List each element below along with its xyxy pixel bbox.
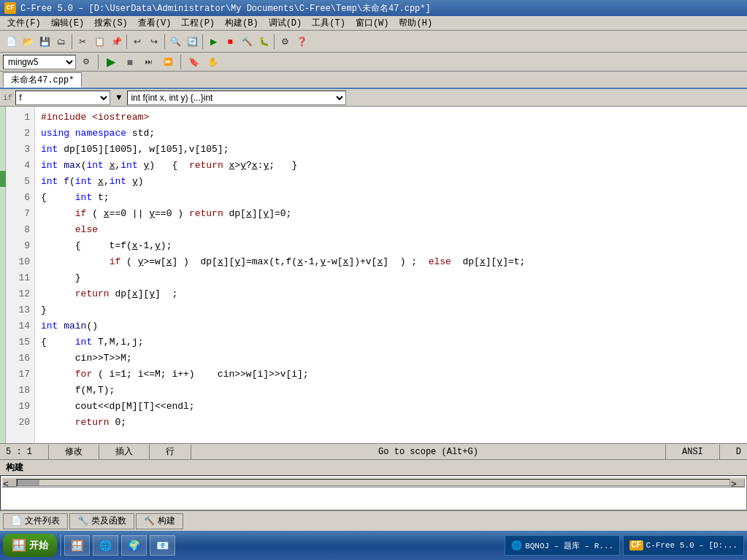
toolbar2: mingw5 ⚙ ▶ ■ ⏭ ⏩ 🔖 ✋ bbox=[0, 53, 747, 72]
left-indicator bbox=[0, 107, 6, 443]
status-sep2 bbox=[99, 445, 99, 459]
menu-help[interactable]: 帮助(H) bbox=[394, 16, 437, 30]
status-encoding: ANSI bbox=[682, 447, 703, 457]
find-button[interactable]: 🔍 bbox=[167, 34, 183, 50]
status-sep4 bbox=[191, 445, 191, 459]
hand-btn[interactable]: ✋ bbox=[204, 54, 221, 70]
menu-view[interactable]: 查看(V) bbox=[134, 16, 176, 30]
tab-classes-funcs[interactable]: 🔧 类及函数 bbox=[69, 513, 134, 529]
menu-file[interactable]: 文件(F) bbox=[3, 16, 45, 30]
debug-btn[interactable]: 🐛 bbox=[256, 34, 272, 50]
cfree-icon: CF bbox=[629, 540, 643, 551]
menu-tools[interactable]: 工具(T) bbox=[307, 16, 350, 30]
status-sep6 bbox=[719, 445, 720, 459]
toolbar1: 📄 📂 💾 🗂 ✂ 📋 📌 ↩ ↪ 🔍 🔄 ▶ ■ 🔨 🐛 ⚙ ❓ bbox=[0, 31, 747, 53]
cut-button[interactable]: ✂ bbox=[74, 34, 91, 50]
func-selector[interactable]: int f(int x, int y) {...}int bbox=[127, 91, 346, 105]
help-button[interactable]: ❓ bbox=[294, 34, 310, 50]
status-extra: D bbox=[736, 447, 741, 457]
menu-window[interactable]: 窗口(W) bbox=[351, 16, 394, 30]
sep6 bbox=[98, 55, 99, 69]
taskbar-icon2[interactable]: 🌐 bbox=[93, 535, 118, 556]
save-all-button[interactable]: 🗂 bbox=[53, 34, 69, 50]
run-button[interactable]: ▶ bbox=[205, 34, 221, 50]
classes-icon: 🔧 bbox=[77, 515, 88, 526]
tab-file-list[interactable]: 📄 文件列表 bbox=[3, 513, 68, 529]
build-btn2[interactable]: 🔨 bbox=[239, 34, 255, 50]
taskbar-icon1[interactable]: 🪟 bbox=[64, 535, 90, 556]
windows-logo: 🪟 bbox=[12, 538, 26, 553]
menu-edit[interactable]: 编辑(E) bbox=[47, 16, 89, 30]
status-mode3: 行 bbox=[166, 445, 175, 458]
open-button[interactable]: 📂 bbox=[20, 34, 36, 50]
replace-button[interactable]: 🔄 bbox=[184, 34, 200, 50]
compiler-selector[interactable]: mingw5 bbox=[3, 55, 76, 69]
code-area[interactable]: 12345 678910 1112131415 1617181920 #incl… bbox=[6, 107, 747, 443]
status-bar: 5 : 1 修改 插入 行 Go to scope (Alt+G) ANSI D bbox=[0, 443, 747, 459]
scroll-left-btn[interactable]: < bbox=[2, 478, 17, 487]
bqnoj-icon: 🌐 bbox=[511, 540, 522, 551]
copy-button[interactable]: 📋 bbox=[91, 34, 107, 50]
sep7 bbox=[180, 55, 181, 69]
taskbar-app-cfree[interactable]: CF C-Free 5.0 – [D:... bbox=[623, 535, 744, 556]
menu-debug[interactable]: 调试(D) bbox=[264, 16, 307, 30]
redo-button[interactable]: ↪ bbox=[146, 34, 162, 50]
scroll-thumb[interactable] bbox=[18, 480, 39, 486]
tab-file[interactable]: 未命名47.cpp* bbox=[3, 72, 82, 88]
func-scope-icon: if bbox=[3, 93, 12, 102]
build-scrollbar: < > bbox=[2, 477, 745, 488]
build-label: 构建 bbox=[158, 515, 175, 527]
title-bar: CF C-Free 5.0 – [D:\UserData\Administrat… bbox=[0, 0, 747, 16]
editor-section: 12345 678910 1112131415 1617181920 #incl… bbox=[0, 107, 747, 443]
icon1-img: 🪟 bbox=[71, 540, 83, 552]
status-mode1: 修改 bbox=[65, 445, 83, 458]
line-numbers: 12345 678910 1112131415 1617181920 bbox=[6, 107, 35, 443]
code-content[interactable]: #include <iostream> using namespace std;… bbox=[35, 107, 747, 443]
new-button[interactable]: 📄 bbox=[3, 34, 19, 50]
menu-search[interactable]: 搜索(S) bbox=[90, 16, 132, 30]
file-list-icon: 📄 bbox=[11, 515, 22, 526]
stop-btn2[interactable]: ■ bbox=[122, 54, 138, 70]
next-btn[interactable]: ⏩ bbox=[160, 54, 176, 70]
scroll-track[interactable] bbox=[17, 479, 730, 486]
classes-label: 类及函数 bbox=[91, 515, 126, 527]
build-content[interactable]: < > bbox=[0, 475, 747, 510]
taskbar: 🪟 开始 🪟 🌐 🌍 📧 🌐 BQNOJ – 题库 – R... CF C-Fr… bbox=[0, 531, 747, 560]
save-button[interactable]: 💾 bbox=[37, 34, 53, 50]
bqnoj-label: BQNOJ – 题库 – R... bbox=[525, 540, 613, 551]
compiler-config[interactable]: ⚙ bbox=[79, 54, 93, 70]
scope-selector[interactable]: f bbox=[15, 91, 110, 105]
status-scope: Go to scope (Alt+G) bbox=[207, 447, 649, 457]
menu-project[interactable]: 工程(P) bbox=[177, 16, 219, 30]
breakpoint-indicator bbox=[0, 171, 6, 187]
build-icon: 🔨 bbox=[144, 515, 155, 526]
status-line: 5 : 1 bbox=[6, 447, 32, 457]
step-btn[interactable]: ⏭ bbox=[141, 54, 157, 70]
taskbar-app-bqnoj[interactable]: 🌐 BQNOJ – 题库 – R... bbox=[505, 535, 620, 556]
menu-bar: 文件(F) 编辑(E) 搜索(S) 查看(V) 工程(P) 构建(B) 调试(D… bbox=[0, 16, 747, 31]
stop-button[interactable]: ■ bbox=[222, 34, 238, 50]
taskbar-icon4[interactable]: 📧 bbox=[150, 535, 175, 556]
settings-button[interactable]: ⚙ bbox=[277, 34, 293, 50]
tab-bar: 未命名47.cpp* bbox=[0, 72, 747, 89]
sep3 bbox=[164, 34, 165, 49]
start-label: 开始 bbox=[29, 539, 48, 552]
tab-build[interactable]: 🔨 构建 bbox=[136, 513, 183, 529]
status-mode2: 插入 bbox=[115, 445, 133, 458]
icon4-img: 📧 bbox=[156, 540, 169, 552]
bottom-tabs: 📄 文件列表 🔧 类及函数 🔨 构建 bbox=[0, 510, 747, 531]
build-title: 构建 bbox=[6, 461, 23, 474]
sep2 bbox=[126, 34, 127, 49]
taskbar-sep bbox=[60, 534, 61, 556]
scroll-right-btn[interactable]: > bbox=[730, 478, 745, 487]
build-output bbox=[2, 488, 745, 494]
bookmark-btn[interactable]: 🔖 bbox=[185, 54, 202, 70]
sep4 bbox=[202, 34, 203, 49]
taskbar-icon3[interactable]: 🌍 bbox=[121, 535, 147, 556]
undo-button[interactable]: ↩ bbox=[129, 34, 145, 50]
paste-button[interactable]: 📌 bbox=[108, 34, 124, 50]
menu-build[interactable]: 构建(B) bbox=[221, 16, 263, 30]
run-btn2[interactable]: ▶ bbox=[103, 54, 119, 70]
start-button[interactable]: 🪟 开始 bbox=[3, 534, 57, 557]
code-view: 12345 678910 1112131415 1617181920 #incl… bbox=[0, 107, 747, 443]
